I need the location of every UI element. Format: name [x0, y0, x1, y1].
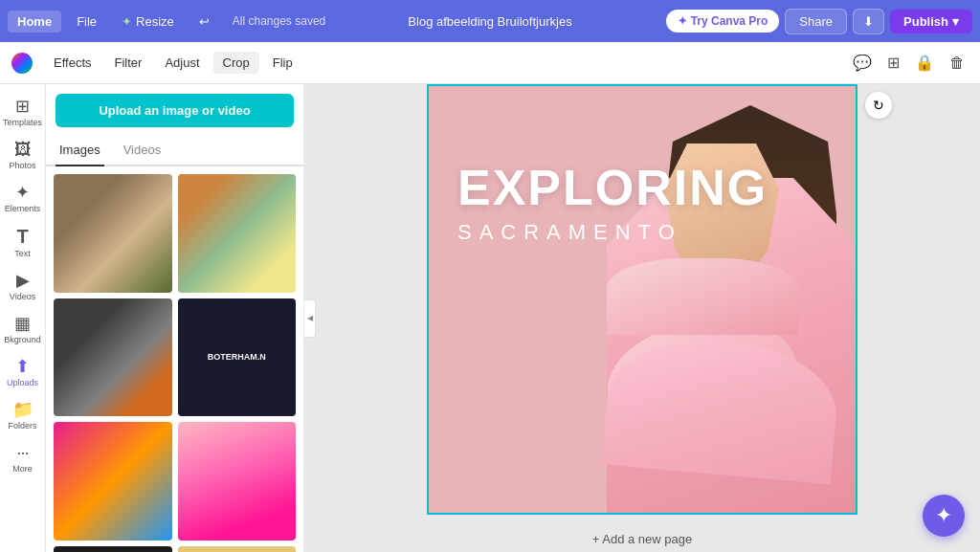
- try-canva-label: ✦ Try Canva Pro: [678, 14, 768, 28]
- adjust-label: Adjust: [165, 55, 199, 70]
- publish-button[interactable]: Publish ▾: [890, 10, 972, 33]
- canvas-wrapper: 💬 ⧉ ＋ EXPLORING SACRAMENTO: [427, 84, 858, 515]
- sidebar-item-text[interactable]: T Text: [2, 221, 44, 264]
- share-button[interactable]: Share: [785, 9, 847, 34]
- share-label: Share: [799, 14, 833, 29]
- panel-tabs: Images Videos: [46, 137, 303, 166]
- upload-label: Upload an image or video: [99, 103, 250, 118]
- sidebar-item-folders[interactable]: 📁 Folders: [2, 395, 44, 436]
- sidebar-item-photos[interactable]: 🖼 Photos: [2, 135, 44, 176]
- templates-icon: ⊞: [15, 98, 30, 115]
- publish-label: Publish: [903, 14, 948, 29]
- crop-label: Crop: [223, 55, 250, 70]
- sidebar-item-videos[interactable]: ▶ Videos: [2, 266, 44, 307]
- shoulder-element: [607, 258, 798, 335]
- list-item[interactable]: [178, 174, 297, 293]
- flip-button[interactable]: Flip: [263, 52, 302, 74]
- canvas-main-text: EXPLORING: [457, 163, 768, 212]
- effects-button[interactable]: Effects: [44, 52, 101, 74]
- elements-label: Elements: [5, 204, 41, 213]
- folders-label: Folders: [8, 421, 36, 431]
- photos-label: Photos: [9, 161, 35, 170]
- top-nav: Home File ✦ Resize ↩ All changes saved B…: [0, 0, 980, 42]
- file-button[interactable]: File: [67, 11, 106, 33]
- uploads-panel: Upload an image or video Images Videos B…: [46, 84, 304, 552]
- document-title: Blog afbeelding Bruiloftjurkjes: [408, 14, 571, 29]
- sidebar-item-templates[interactable]: ⊞ Templates: [2, 92, 44, 133]
- upload-button[interactable]: Upload an image or video: [56, 94, 294, 127]
- canvas-area: 💬 ⧉ ＋ EXPLORING SACRAMENTO: [304, 84, 980, 552]
- templates-label: Templates: [3, 118, 42, 127]
- more-icon: ···: [16, 444, 28, 461]
- list-item[interactable]: [54, 174, 172, 293]
- file-label: File: [77, 14, 97, 29]
- color-picker[interactable]: [11, 53, 33, 74]
- publish-chevron-icon: ▾: [952, 14, 959, 29]
- list-item[interactable]: [178, 546, 297, 553]
- effects-label: Effects: [54, 55, 92, 70]
- tab-images[interactable]: Images: [56, 137, 104, 166]
- elements-icon: ✦: [15, 184, 30, 201]
- uploads-label: Uploads: [7, 378, 38, 387]
- add-page-label: + Add a new page: [592, 532, 692, 546]
- sidebar-item-bkground[interactable]: ▦ Bkground: [2, 309, 44, 350]
- download-button[interactable]: ⬇: [853, 9, 884, 34]
- undo-button[interactable]: ↩: [189, 11, 219, 33]
- uploads-icon: ⬆: [15, 358, 30, 375]
- image-toolbar: Effects Filter Adjust Crop Flip 💬 ⊞ 🔒 🗑: [0, 42, 980, 84]
- filter-button[interactable]: Filter: [105, 52, 152, 74]
- bkground-icon: ▦: [14, 315, 31, 332]
- sidebar-item-more[interactable]: ··· More: [2, 438, 44, 479]
- videos-icon: ▶: [16, 272, 30, 289]
- add-page-button[interactable]: + Add a new page: [577, 526, 707, 552]
- crop-button[interactable]: Crop: [213, 52, 259, 74]
- bkground-label: Bkground: [4, 335, 41, 344]
- canvas-sub-text: SACRAMENTO: [457, 220, 682, 245]
- text-icon: T: [16, 227, 28, 246]
- toolbar-grid-icon[interactable]: ⊞: [883, 50, 903, 76]
- list-item[interactable]: [54, 546, 172, 553]
- home-button[interactable]: Home: [8, 11, 61, 33]
- photos-icon: 🖼: [14, 141, 32, 158]
- sidebar-item-elements[interactable]: ✦ Elements: [2, 178, 44, 219]
- folders-icon: 📁: [12, 401, 33, 418]
- toolbar-delete-icon[interactable]: 🗑: [946, 51, 969, 76]
- home-label: Home: [17, 14, 52, 29]
- canvas-refresh-button[interactable]: ↻: [865, 92, 892, 119]
- flip-label: Flip: [273, 55, 293, 70]
- toolbar-comment-icon[interactable]: 💬: [849, 50, 876, 76]
- panel-container: Upload an image or video Images Videos B…: [46, 84, 304, 552]
- resize-label: Resize: [136, 14, 174, 29]
- videos-label: Videos: [10, 292, 35, 301]
- images-grid: BOTERHAM.N: [46, 166, 303, 552]
- fab-button[interactable]: ✦: [923, 495, 965, 537]
- left-sidebar: ⊞ Templates 🖼 Photos ✦ Elements T Text ▶…: [0, 84, 46, 552]
- resize-button[interactable]: ✦ Resize: [112, 11, 184, 33]
- text-label: Text: [14, 249, 31, 258]
- list-item[interactable]: [178, 422, 297, 541]
- nav-right-actions: ✦ Try Canva Pro Share ⬇ Publish ▾: [666, 9, 972, 34]
- saved-status: All changes saved: [233, 14, 325, 28]
- fab-icon: ✦: [935, 503, 952, 528]
- toolbar-lock-icon[interactable]: 🔒: [911, 50, 938, 76]
- main-area: ⊞ Templates 🖼 Photos ✦ Elements T Text ▶…: [0, 84, 980, 552]
- panel-collapse-handle[interactable]: ◀: [304, 299, 316, 338]
- try-canva-button[interactable]: ✦ Try Canva Pro: [666, 10, 779, 33]
- list-item[interactable]: [54, 422, 172, 541]
- tab-videos[interactable]: Videos: [120, 137, 166, 166]
- list-item[interactable]: BOTERHAM.N: [178, 298, 297, 417]
- more-label: More: [12, 464, 33, 474]
- adjust-button[interactable]: Adjust: [155, 52, 209, 74]
- sidebar-item-uploads[interactable]: ⬆ Uploads: [2, 352, 44, 393]
- filter-label: Filter: [115, 55, 143, 70]
- list-item[interactable]: [54, 298, 172, 417]
- design-canvas[interactable]: EXPLORING SACRAMENTO: [427, 84, 858, 515]
- toolbar-right: 💬 ⊞ 🔒 🗑: [849, 50, 969, 76]
